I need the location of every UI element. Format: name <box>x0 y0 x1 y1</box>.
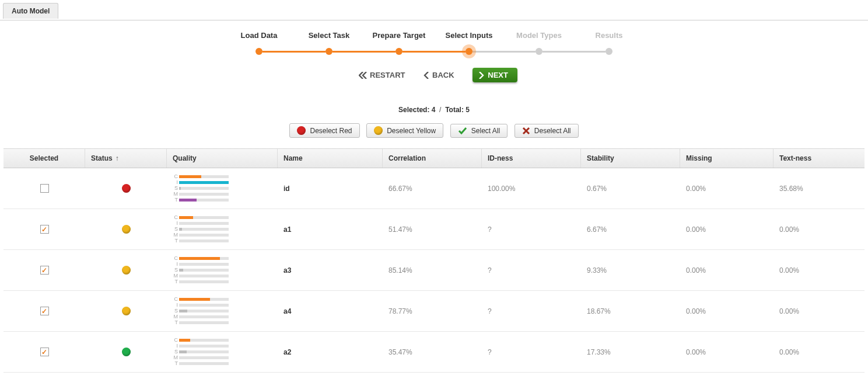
quality-bars: CISMT <box>173 255 229 285</box>
row-idness: ? <box>482 302 581 321</box>
back-label: BACK <box>432 71 454 79</box>
row-missing: 0.00% <box>680 302 774 321</box>
quality-bars: CISMT <box>173 214 229 244</box>
select-all-label: Select All <box>471 127 500 135</box>
row-name: a2 <box>278 343 383 362</box>
row-correlation: 35.47% <box>383 343 482 362</box>
row-name: a1 <box>278 220 383 239</box>
step-dot-icon <box>466 48 473 55</box>
step-dot-icon <box>256 48 262 55</box>
table-row: CISMTa478.77%?18.67%0.00%0.00% <box>4 291 864 332</box>
row-missing: 0.00% <box>680 220 774 239</box>
step-label: Results <box>574 31 644 40</box>
deselect-yellow-button[interactable]: Deselect Yellow <box>366 123 443 138</box>
table-row: CISMTa235.47%?17.33%0.00%0.00% <box>4 332 864 373</box>
header-correlation[interactable]: Correlation <box>383 149 482 168</box>
header-quality[interactable]: Quality <box>167 149 278 168</box>
row-correlation: 66.67% <box>383 179 482 198</box>
restart-label: RESTART <box>370 71 405 79</box>
step-dot-icon <box>326 48 332 55</box>
deselect-red-button[interactable]: Deselect Red <box>289 123 359 138</box>
row-stability: 17.33% <box>581 343 680 362</box>
quality-bars: CISMT <box>173 337 229 367</box>
select-all-button[interactable]: Select All <box>450 124 508 138</box>
row-stability: 0.67% <box>581 179 680 198</box>
row-checkbox[interactable] <box>40 266 49 275</box>
inputs-table: Selected Status ↑ Quality Name Correlati… <box>4 148 864 373</box>
tab-bar: Auto Model <box>0 0 868 20</box>
status-dot-icon <box>122 307 131 315</box>
header-stability[interactable]: Stability <box>581 149 680 168</box>
row-textness: 0.00% <box>774 261 864 280</box>
step-progress: Load DataSelect TaskPrepare TargetSelect… <box>4 31 864 55</box>
total-label: Total: <box>445 106 464 114</box>
step-label: Model Types <box>504 31 574 40</box>
header-name[interactable]: Name <box>278 149 383 168</box>
row-checkbox[interactable] <box>40 184 49 193</box>
row-missing: 0.00% <box>680 343 774 362</box>
row-textness: 0.00% <box>774 343 864 362</box>
table-row: CISMTa151.47%?6.67%0.00%0.00% <box>4 209 864 250</box>
step-label: Load Data <box>224 31 294 40</box>
row-idness: 100.00% <box>482 179 581 198</box>
step-dot-icon <box>606 48 612 55</box>
step-dot-icon <box>396 48 402 55</box>
tab-auto-model[interactable]: Auto Model <box>3 3 58 19</box>
table-row: CISMTa385.14%?9.33%0.00%0.00% <box>4 250 864 291</box>
table-row: CISMTid66.67%100.00%0.67%0.00%35.68% <box>4 168 864 209</box>
row-checkbox[interactable] <box>40 307 49 315</box>
step-label: Select Inputs <box>434 31 504 40</box>
row-name: a4 <box>278 302 383 321</box>
deselect-all-label: Deselect All <box>534 127 571 135</box>
row-checkbox[interactable] <box>40 225 49 234</box>
tab-label: Auto Model <box>12 7 50 15</box>
quality-bars: CISMT <box>173 173 229 203</box>
deselect-red-label: Deselect Red <box>310 127 352 135</box>
row-name: id <box>278 179 383 198</box>
header-idness[interactable]: ID-ness <box>482 149 581 168</box>
selected-value: 4 <box>432 106 436 114</box>
yellow-dot-icon <box>374 126 383 135</box>
header-missing[interactable]: Missing <box>680 149 774 168</box>
step-label: Prepare Target <box>364 31 434 40</box>
row-idness: ? <box>482 343 581 362</box>
total-value: 5 <box>466 106 470 114</box>
row-textness: 0.00% <box>774 302 864 321</box>
row-idness: ? <box>482 261 581 280</box>
status-dot-icon <box>122 348 131 356</box>
row-missing: 0.00% <box>680 179 774 198</box>
row-idness: ? <box>482 220 581 239</box>
row-correlation: 85.14% <box>383 261 482 280</box>
check-icon <box>458 127 467 135</box>
next-button[interactable]: NEXT <box>473 68 517 82</box>
selection-summary: Selected: 4 / Total: 5 <box>4 106 864 114</box>
deselect-all-button[interactable]: Deselect All <box>514 124 579 138</box>
row-correlation: 78.77% <box>383 302 482 321</box>
header-selected[interactable]: Selected <box>4 149 85 168</box>
status-dot-icon <box>122 184 131 193</box>
quality-bars: CISMT <box>173 296 229 326</box>
row-name: a3 <box>278 261 383 280</box>
next-label: NEXT <box>488 71 508 79</box>
next-icon <box>478 72 484 79</box>
back-icon <box>424 72 429 79</box>
step-dot-icon <box>536 48 542 55</box>
status-dot-icon <box>122 266 131 275</box>
status-dot-icon <box>122 225 131 234</box>
table-header: Selected Status ↑ Quality Name Correlati… <box>4 148 864 168</box>
row-missing: 0.00% <box>680 261 774 280</box>
back-button[interactable]: BACK <box>424 71 454 79</box>
red-dot-icon <box>297 126 306 135</box>
restart-button[interactable]: RESTART <box>359 71 405 79</box>
sort-asc-icon: ↑ <box>116 154 119 162</box>
restart-icon <box>359 72 367 79</box>
row-checkbox[interactable] <box>40 348 49 356</box>
cross-icon <box>522 127 530 135</box>
header-status[interactable]: Status ↑ <box>85 149 167 168</box>
header-textness[interactable]: Text-ness <box>774 149 864 168</box>
row-stability: 6.67% <box>581 220 680 239</box>
step-results[interactable]: Results <box>574 31 644 55</box>
deselect-yellow-label: Deselect Yellow <box>387 127 436 135</box>
row-correlation: 51.47% <box>383 220 482 239</box>
selected-label: Selected: <box>398 106 429 114</box>
